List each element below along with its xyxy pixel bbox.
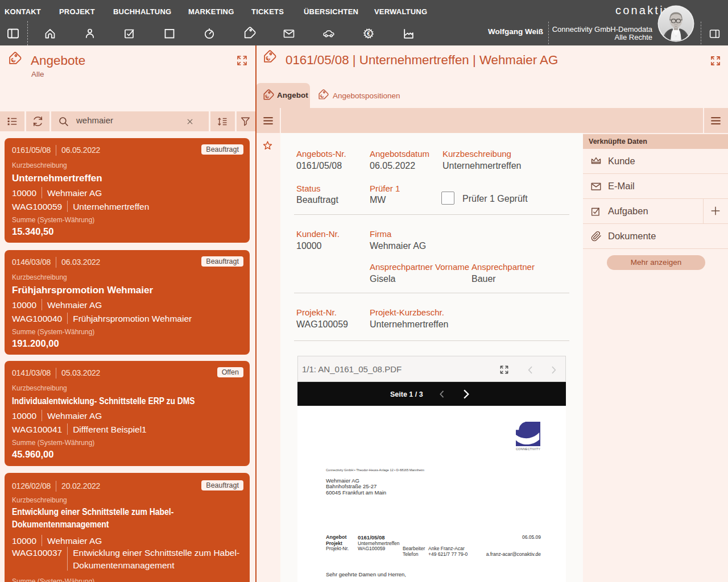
svg-text:€: € [367, 31, 370, 37]
svg-text:€: € [264, 55, 272, 62]
svg-text:€: € [10, 56, 17, 64]
